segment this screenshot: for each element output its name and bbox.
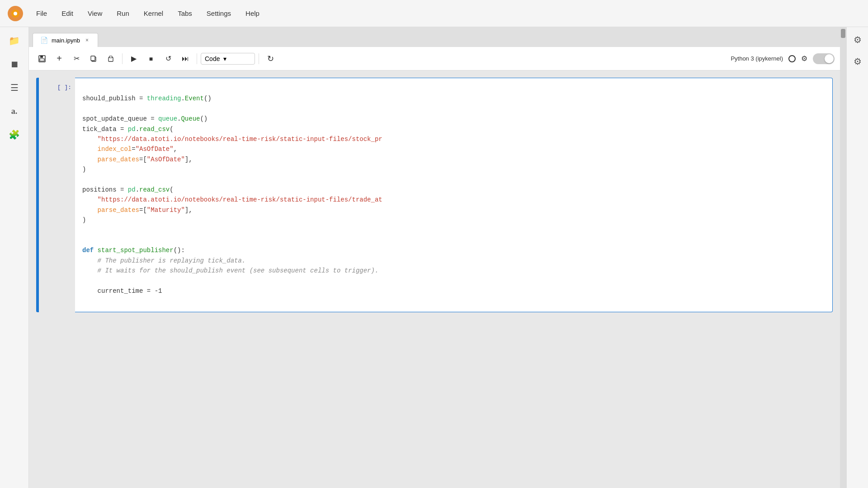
menu-view[interactable]: View <box>82 7 108 20</box>
kernel-status-circle <box>788 55 796 62</box>
copy-button[interactable] <box>86 51 101 66</box>
tab-bar: 📄 main.ipynb × <box>29 27 840 47</box>
restart-icon: ↺ <box>165 54 171 63</box>
kernel-name-label: Python 3 (ipykernel) <box>731 55 783 62</box>
stop-icon: ■ <box>149 55 153 62</box>
notebook-content: [ ]: should_publish = threading.Event() … <box>29 70 840 488</box>
sidebar-stop-icon[interactable]: ⏹ <box>6 56 23 72</box>
run-icon: ▶ <box>131 54 137 63</box>
svg-rect-4 <box>40 56 43 58</box>
menu-tabs[interactable]: Tabs <box>172 7 198 20</box>
cut-button[interactable]: ✂ <box>69 51 84 66</box>
menu-settings[interactable]: Settings <box>201 7 236 20</box>
scroll-track[interactable] <box>840 27 846 488</box>
menu-kernel[interactable]: Kernel <box>138 7 169 20</box>
svg-rect-9 <box>109 56 112 58</box>
sidebar-text-icon[interactable]: a. <box>6 103 23 119</box>
save-icon <box>38 55 46 63</box>
notebook-area: 📄 main.ipynb × + ✂ <box>29 27 840 488</box>
copy-icon <box>90 55 97 62</box>
right-settings-icon[interactable]: ⚙ <box>850 54 865 69</box>
code-block: should_publish = threading.Event() spot_… <box>82 84 825 306</box>
tab-main-ipynb[interactable]: 📄 main.ipynb × <box>33 33 98 47</box>
sidebar-puzzle-icon[interactable]: 🧩 <box>6 127 23 143</box>
menu-edit[interactable]: Edit <box>56 7 79 20</box>
paste-button[interactable] <box>103 51 118 66</box>
right-gear-icon[interactable]: ⚙ <box>850 33 865 47</box>
right-sidebar: ⚙ ⚙ <box>846 27 868 488</box>
sidebar-list-icon[interactable]: ☰ <box>6 80 23 96</box>
left-sidebar: 📁 ⏹ ☰ a. 🧩 <box>0 27 29 488</box>
tab-file-icon: 📄 <box>40 37 48 44</box>
fast-forward-icon: ⏭ <box>182 55 189 63</box>
tab-close-button[interactable]: × <box>84 36 90 44</box>
menu-run[interactable]: Run <box>111 7 135 20</box>
toolbar: + ✂ ▶ ■ <box>29 47 840 70</box>
menu-bar: File Edit View Run Kernel Tabs Settings … <box>0 0 868 27</box>
cell-type-label: Code <box>205 55 220 62</box>
kernel-info: Python 3 (ipykernel) ⚙ <box>731 53 835 64</box>
add-cell-button[interactable]: + <box>52 51 67 66</box>
stop-button[interactable]: ■ <box>143 51 159 66</box>
toggle-knob <box>825 54 834 63</box>
save-button[interactable] <box>34 51 50 66</box>
run-button[interactable]: ▶ <box>126 51 142 66</box>
toggle-switch[interactable] <box>813 53 835 64</box>
svg-point-2 <box>14 12 17 15</box>
scissors-icon: ✂ <box>74 54 80 63</box>
refresh-icon: ↻ <box>267 54 274 64</box>
toolbar-separator-3 <box>259 53 259 64</box>
add-icon: + <box>57 53 62 64</box>
tab-label: main.ipynb <box>52 37 80 44</box>
code-cell: [ ]: should_publish = threading.Event() … <box>36 78 833 312</box>
cell-prompt: [ ]: <box>39 78 75 312</box>
svg-rect-5 <box>40 59 44 61</box>
toolbar-separator-2 <box>197 53 197 64</box>
restart-button[interactable]: ↺ <box>160 51 176 66</box>
run-all-button[interactable]: ⏭ <box>178 51 193 66</box>
paste-icon <box>107 55 114 62</box>
main-layout: 📁 ⏹ ☰ a. 🧩 📄 main.ipynb × <box>0 27 868 488</box>
toolbar-separator-1 <box>122 53 123 64</box>
scroll-thumb[interactable] <box>841 29 845 38</box>
refresh-button[interactable]: ↻ <box>263 51 278 66</box>
cell-code-content[interactable]: should_publish = threading.Event() spot_… <box>75 78 833 312</box>
sidebar-folder-icon[interactable]: 📁 <box>6 33 23 49</box>
svg-rect-7 <box>91 56 95 61</box>
app-logo <box>7 5 24 22</box>
menu-help[interactable]: Help <box>240 7 265 20</box>
menu-file[interactable]: File <box>31 7 52 20</box>
kernel-settings-icon[interactable]: ⚙ <box>801 54 807 63</box>
cell-type-arrow-icon: ▾ <box>223 55 226 62</box>
cell-type-dropdown[interactable]: Code ▾ <box>201 53 255 65</box>
